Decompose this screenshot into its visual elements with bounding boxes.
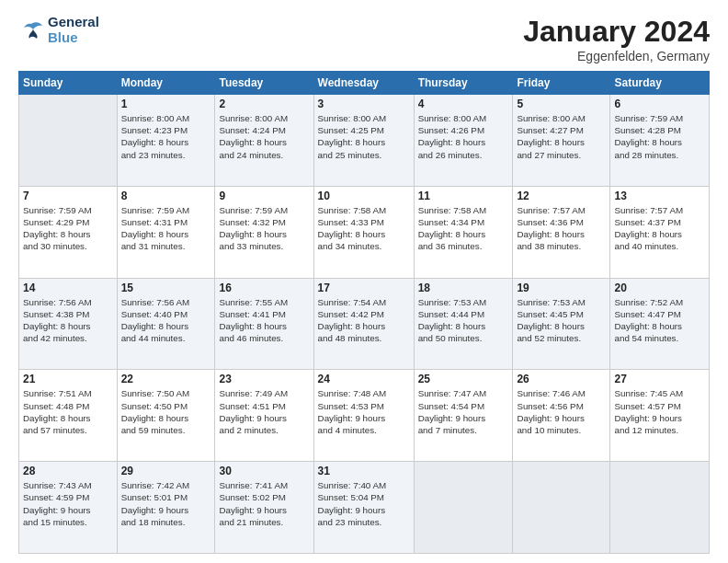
day-info: Sunrise: 7:55 AMSunset: 4:41 PMDaylight:… (219, 296, 309, 345)
calendar-day-cell: 31Sunrise: 7:40 AMSunset: 5:04 PMDayligh… (313, 462, 414, 554)
calendar-day-cell: 8Sunrise: 7:59 AMSunset: 4:31 PMDaylight… (117, 186, 215, 278)
day-number: 30 (219, 465, 309, 477)
day-number: 26 (517, 373, 606, 385)
calendar-day-cell: 13Sunrise: 7:57 AMSunset: 4:37 PMDayligh… (610, 186, 710, 278)
calendar-day-cell: 1Sunrise: 8:00 AMSunset: 4:23 PMDaylight… (117, 95, 215, 187)
day-number: 9 (219, 190, 309, 202)
calendar-day-cell: 22Sunrise: 7:50 AMSunset: 4:50 PMDayligh… (117, 370, 215, 462)
page: General Blue January 2024 Eggenfelden, G… (0, 0, 728, 563)
logo-general: General (48, 15, 99, 30)
day-number: 12 (517, 190, 606, 202)
day-info: Sunrise: 8:00 AMSunset: 4:24 PMDaylight:… (219, 112, 309, 161)
day-number: 14 (23, 282, 113, 294)
calendar-week-row: 21Sunrise: 7:51 AMSunset: 4:48 PMDayligh… (19, 370, 710, 462)
day-header-wednesday: Wednesday (313, 72, 414, 95)
month-title: January 2024 (523, 15, 710, 49)
calendar-day-cell: 19Sunrise: 7:53 AMSunset: 4:45 PMDayligh… (513, 278, 610, 370)
calendar-day-cell (513, 462, 610, 554)
calendar-day-cell: 2Sunrise: 8:00 AMSunset: 4:24 PMDaylight… (215, 95, 313, 187)
day-info: Sunrise: 8:00 AMSunset: 4:26 PMDaylight:… (418, 112, 509, 161)
day-number: 15 (121, 282, 211, 294)
day-number: 2 (219, 98, 309, 110)
logo-text-block: General Blue (48, 15, 99, 45)
day-number: 22 (121, 373, 211, 385)
calendar-day-cell: 29Sunrise: 7:42 AMSunset: 5:01 PMDayligh… (117, 462, 215, 554)
day-number: 20 (614, 282, 705, 294)
calendar-day-cell: 20Sunrise: 7:52 AMSunset: 4:47 PMDayligh… (610, 278, 710, 370)
day-number: 23 (219, 373, 309, 385)
calendar-week-row: 28Sunrise: 7:43 AMSunset: 4:59 PMDayligh… (19, 462, 710, 554)
calendar-week-row: 1Sunrise: 8:00 AMSunset: 4:23 PMDaylight… (19, 95, 710, 187)
day-number: 29 (121, 465, 211, 477)
calendar-day-cell: 7Sunrise: 7:59 AMSunset: 4:29 PMDaylight… (19, 186, 118, 278)
calendar-day-cell: 26Sunrise: 7:46 AMSunset: 4:56 PMDayligh… (513, 370, 610, 462)
calendar-day-cell: 10Sunrise: 7:58 AMSunset: 4:33 PMDayligh… (313, 186, 414, 278)
day-info: Sunrise: 7:59 AMSunset: 4:31 PMDaylight:… (121, 204, 211, 253)
calendar-day-cell (610, 462, 710, 554)
calendar-day-cell: 4Sunrise: 8:00 AMSunset: 4:26 PMDaylight… (414, 95, 513, 187)
day-number: 5 (517, 98, 606, 110)
day-number: 11 (418, 190, 509, 202)
day-info: Sunrise: 7:40 AMSunset: 5:04 PMDaylight:… (318, 479, 410, 528)
day-header-sunday: Sunday (19, 72, 118, 95)
day-info: Sunrise: 7:57 AMSunset: 4:37 PMDaylight:… (614, 204, 705, 253)
calendar-table: SundayMondayTuesdayWednesdayThursdayFrid… (18, 71, 710, 554)
day-info: Sunrise: 7:58 AMSunset: 4:34 PMDaylight:… (418, 204, 509, 253)
logo-blue: Blue (48, 30, 99, 46)
calendar-day-cell: 23Sunrise: 7:49 AMSunset: 4:51 PMDayligh… (215, 370, 313, 462)
day-info: Sunrise: 7:47 AMSunset: 4:54 PMDaylight:… (418, 387, 509, 436)
day-info: Sunrise: 8:00 AMSunset: 4:25 PMDaylight:… (318, 112, 410, 161)
day-info: Sunrise: 7:49 AMSunset: 4:51 PMDaylight:… (219, 387, 309, 436)
day-number: 16 (219, 282, 309, 294)
day-info: Sunrise: 7:52 AMSunset: 4:47 PMDaylight:… (614, 296, 705, 345)
day-number: 19 (517, 282, 606, 294)
day-number: 4 (418, 98, 509, 110)
day-number: 10 (318, 190, 410, 202)
title-block: January 2024 Eggenfelden, Germany (523, 15, 710, 63)
day-info: Sunrise: 7:42 AMSunset: 5:01 PMDaylight:… (121, 479, 211, 528)
day-number: 17 (318, 282, 410, 294)
day-info: Sunrise: 7:53 AMSunset: 4:44 PMDaylight:… (418, 296, 509, 345)
day-info: Sunrise: 7:50 AMSunset: 4:50 PMDaylight:… (121, 387, 211, 436)
day-number: 8 (121, 190, 211, 202)
calendar-day-cell: 28Sunrise: 7:43 AMSunset: 4:59 PMDayligh… (19, 462, 118, 554)
day-number: 3 (318, 98, 410, 110)
calendar-week-row: 14Sunrise: 7:56 AMSunset: 4:38 PMDayligh… (19, 278, 710, 370)
day-number: 21 (23, 373, 113, 385)
day-number: 18 (418, 282, 509, 294)
calendar-day-cell: 9Sunrise: 7:59 AMSunset: 4:32 PMDaylight… (215, 186, 313, 278)
day-header-friday: Friday (513, 72, 610, 95)
day-info: Sunrise: 7:43 AMSunset: 4:59 PMDaylight:… (23, 479, 113, 528)
day-info: Sunrise: 7:58 AMSunset: 4:33 PMDaylight:… (318, 204, 410, 253)
day-info: Sunrise: 7:56 AMSunset: 4:40 PMDaylight:… (121, 296, 211, 345)
header: General Blue January 2024 Eggenfelden, G… (18, 15, 710, 63)
day-number: 31 (318, 465, 410, 477)
calendar-day-cell: 25Sunrise: 7:47 AMSunset: 4:54 PMDayligh… (414, 370, 513, 462)
day-info: Sunrise: 7:45 AMSunset: 4:57 PMDaylight:… (614, 387, 705, 436)
day-number: 13 (614, 190, 705, 202)
day-info: Sunrise: 7:54 AMSunset: 4:42 PMDaylight:… (318, 296, 410, 345)
day-number: 27 (614, 373, 705, 385)
day-info: Sunrise: 7:59 AMSunset: 4:28 PMDaylight:… (614, 112, 705, 161)
day-info: Sunrise: 7:46 AMSunset: 4:56 PMDaylight:… (517, 387, 606, 436)
day-number: 7 (23, 190, 113, 202)
day-header-thursday: Thursday (414, 72, 513, 95)
calendar-day-cell: 3Sunrise: 8:00 AMSunset: 4:25 PMDaylight… (313, 95, 414, 187)
calendar-day-cell: 14Sunrise: 7:56 AMSunset: 4:38 PMDayligh… (19, 278, 118, 370)
calendar-day-cell: 21Sunrise: 7:51 AMSunset: 4:48 PMDayligh… (19, 370, 118, 462)
day-header-tuesday: Tuesday (215, 72, 313, 95)
calendar-week-row: 7Sunrise: 7:59 AMSunset: 4:29 PMDaylight… (19, 186, 710, 278)
day-info: Sunrise: 8:00 AMSunset: 4:27 PMDaylight:… (517, 112, 606, 161)
calendar-day-cell: 27Sunrise: 7:45 AMSunset: 4:57 PMDayligh… (610, 370, 710, 462)
calendar-day-cell: 6Sunrise: 7:59 AMSunset: 4:28 PMDaylight… (610, 95, 710, 187)
calendar-day-cell: 17Sunrise: 7:54 AMSunset: 4:42 PMDayligh… (313, 278, 414, 370)
calendar-day-cell: 11Sunrise: 7:58 AMSunset: 4:34 PMDayligh… (414, 186, 513, 278)
day-info: Sunrise: 7:48 AMSunset: 4:53 PMDaylight:… (318, 387, 410, 436)
location: Eggenfelden, Germany (523, 49, 710, 63)
calendar-day-cell: 16Sunrise: 7:55 AMSunset: 4:41 PMDayligh… (215, 278, 313, 370)
calendar-day-cell: 15Sunrise: 7:56 AMSunset: 4:40 PMDayligh… (117, 278, 215, 370)
day-number: 25 (418, 373, 509, 385)
day-info: Sunrise: 7:56 AMSunset: 4:38 PMDaylight:… (23, 296, 113, 345)
logo: General Blue (18, 15, 99, 45)
day-number: 24 (318, 373, 410, 385)
